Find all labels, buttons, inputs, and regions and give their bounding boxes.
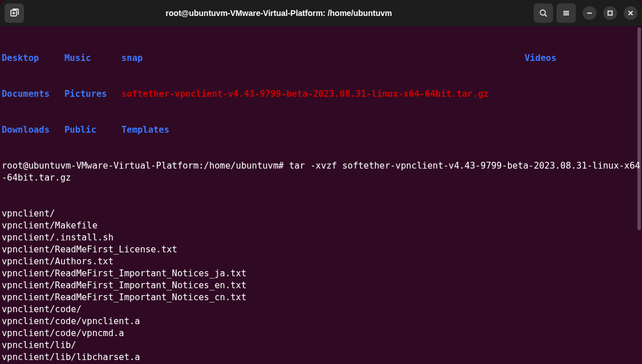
scrollbar[interactable] <box>637 27 641 230</box>
dir-entry: Public <box>64 124 121 136</box>
titlebar: root@ubuntuvm-VMware-Virtual-Platform: /… <box>0 0 642 26</box>
ls-row: DownloadsPublicTemplates <box>2 124 640 136</box>
dir-entry: snap <box>121 52 143 64</box>
menu-button[interactable] <box>556 3 576 23</box>
window-title: root@ubuntuvm-VMware-Virtual-Platform: /… <box>27 9 530 18</box>
ls-row: DocumentsPicturessoftether-vpnclient-v4.… <box>2 88 640 100</box>
terminal-area[interactable]: DesktopMusicsnapVideos DocumentsPictures… <box>0 26 642 364</box>
dir-entry: Templates <box>121 124 169 136</box>
output-line: vpnclient/ReadMeFirst_Important_Notices_… <box>2 268 640 280</box>
output-line: vpnclient/ <box>2 208 640 220</box>
maximize-button[interactable] <box>603 6 617 20</box>
dir-entry: Videos <box>525 52 556 64</box>
dir-entry: Desktop <box>2 52 64 64</box>
output-line: vpnclient/code/vpnclient.a <box>2 316 640 328</box>
dir-entry: Pictures <box>64 88 121 100</box>
command-line: root@ubuntuvm-VMware-Virtual-Platform:/h… <box>2 160 640 184</box>
file-entry: softether-vpnclient-v4.43-9799-beta-2023… <box>121 88 489 100</box>
svg-rect-2 <box>608 11 612 15</box>
dir-entry: Documents <box>2 88 64 100</box>
svg-point-1 <box>541 10 546 15</box>
output-line: vpnclient/code/vpncmd.a <box>2 328 640 340</box>
dir-entry: Downloads <box>2 124 64 136</box>
close-button[interactable] <box>624 6 637 20</box>
output-line: vpnclient/ReadMeFirst_License.txt <box>2 244 640 256</box>
window-controls <box>583 6 637 20</box>
output-line: vpnclient/code/ <box>2 304 640 316</box>
search-button[interactable] <box>534 3 553 23</box>
output-line: vpnclient/ReadMeFirst_Important_Notices_… <box>2 280 640 292</box>
dir-entry: Music <box>64 52 121 64</box>
output-line: vpnclient/ReadMeFirst_Important_Notices_… <box>2 292 640 304</box>
ls-row: DesktopMusicsnapVideos <box>2 52 640 64</box>
new-tab-button[interactable] <box>5 3 24 23</box>
minimize-button[interactable] <box>583 6 596 20</box>
output-line: vpnclient/Makefile <box>2 220 640 232</box>
output-line: vpnclient/Authors.txt <box>2 256 640 268</box>
output-line: vpnclient/.install.sh <box>2 232 640 244</box>
output-line: vpnclient/lib/ <box>2 340 640 351</box>
output-line: vpnclient/lib/libcharset.a <box>2 351 640 363</box>
